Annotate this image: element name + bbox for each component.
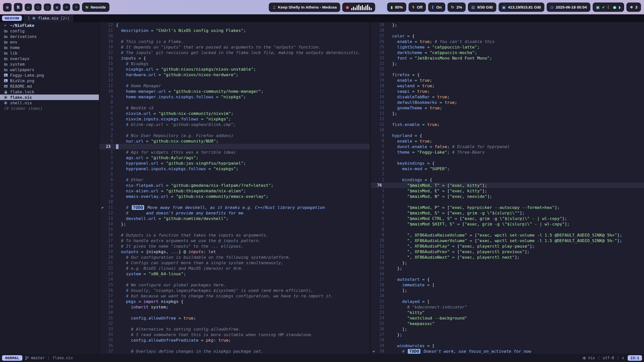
editor-line[interactable]: 17 vaapi = true; bbox=[371, 88, 644, 94]
screenshot-icon[interactable]: ▣ bbox=[596, 5, 600, 10]
editor-line[interactable]: 14 }; bbox=[99, 221, 370, 227]
power-toggle[interactable]: ϟOff bbox=[409, 3, 426, 12]
workspace-icon-window-1[interactable]: ▢ bbox=[34, 4, 42, 11]
editor-line[interactable]: 7 nix-flatpak.url = "github:gmodena/nix-… bbox=[99, 183, 370, 188]
workspace-icon-window-2[interactable]: ▢ bbox=[44, 4, 51, 11]
check-icon[interactable]: ✔ bbox=[602, 5, 605, 10]
bluetooth-indicator[interactable]: ᛒOn bbox=[428, 3, 445, 12]
editor-line[interactable]: 17 # To handle extra arguments we use th… bbox=[99, 238, 370, 243]
system-tray[interactable]: ▣✔☾●◗ bbox=[593, 3, 624, 12]
editor-line[interactable]: 4 "$mainMod, P" = ["exec, hyprpicker --a… bbox=[371, 205, 644, 210]
editor-line[interactable]: 6 "$mainMod CTRL, S" = ["exec, grim -g \… bbox=[371, 216, 644, 221]
editor-line[interactable]: 23 system = "x86_64-linux"; bbox=[99, 271, 370, 277]
tree-item-shell.nix[interactable]: shell.nix bbox=[0, 100, 99, 106]
moon-icon[interactable]: ☾ bbox=[607, 5, 611, 10]
editor-line[interactable]: ✔11 # TODO Move away from devshell, as i… bbox=[99, 205, 370, 210]
editor-line[interactable]: 10 ", XF86AudioLowerVolume" = ["exec, wp… bbox=[371, 238, 644, 243]
editor-line[interactable]: 36 bbox=[99, 343, 370, 348]
editor-line[interactable]: 3 bbox=[371, 199, 644, 205]
editor-line[interactable]: 6 # Other bbox=[99, 177, 370, 183]
tree-item--nixflake[interactable]: ~/NixFlake bbox=[0, 23, 99, 28]
editor-line[interactable]: 15 bbox=[99, 227, 370, 232]
editor-line[interactable]: 23 "kitty" bbox=[371, 310, 644, 315]
editor-line[interactable]: 2 # Nix User Repository (e.g. Firefox ad… bbox=[99, 133, 370, 138]
editor-line[interactable]: 34 # I read somewhere that this is more … bbox=[99, 332, 370, 337]
editor-line[interactable]: 24 "nextcloud --background" bbox=[371, 315, 644, 321]
editor-line[interactable]: 10 bbox=[99, 199, 370, 205]
workspace-icon-target[interactable]: ⊙ bbox=[72, 4, 80, 11]
git-branch[interactable]: master bbox=[25, 356, 45, 360]
cpu-indicator[interactable]: ↻2% bbox=[448, 3, 466, 12]
tree-item-nixvim.png[interactable]: NixVim.png bbox=[0, 78, 99, 83]
tree-item-home[interactable]: home bbox=[0, 45, 99, 50]
editor-line[interactable]: 17 autostart = { bbox=[371, 277, 644, 282]
editor-line[interactable]: 37 # Overlays define changes in the nixp… bbox=[99, 348, 370, 354]
editor-line[interactable]: 21 bbox=[371, 66, 644, 72]
editor-line[interactable]: 5 nixvim.inputs.nixpkgs.follows = "nixpk… bbox=[99, 116, 370, 122]
editor-line[interactable]: 25 "keepassxc" bbox=[371, 321, 644, 326]
editor-line[interactable]: 15 # Nixpkgs bbox=[99, 61, 370, 66]
editor-line[interactable]: 7 "$mainMod SHIFT, S" = ["exec, grim -g … bbox=[371, 221, 644, 227]
editor-line[interactable]: 1 # Ags for widgets (this was a terrible… bbox=[99, 149, 370, 155]
editor-line[interactable]: 32 bbox=[99, 321, 370, 326]
workspace-icon-minus[interactable]: ⊖ bbox=[63, 4, 70, 11]
tree-item-system[interactable]: system bbox=[0, 61, 99, 67]
editor-line[interactable]: 15 defaultBookmarks = true; bbox=[371, 100, 644, 105]
editor-line[interactable]: 10 home-manager.url = "github:nix-commun… bbox=[99, 88, 370, 94]
editor-line[interactable]: 20 bbox=[371, 293, 644, 299]
editor-line[interactable]: ✔30 # TODO Doesn't work, use focus_on_ac… bbox=[371, 348, 644, 354]
editor-line[interactable]: 26 enable = true; # You can't disable th… bbox=[371, 39, 644, 44]
tree-item-overlays[interactable]: overlays bbox=[0, 56, 99, 61]
editor-line[interactable]: 27 color = { bbox=[371, 33, 644, 39]
editor-line[interactable]: 1 bindings = { bbox=[371, 177, 644, 183]
editor-line[interactable]: 9 home-manager.inputs.nixpkgs.follows = … bbox=[99, 94, 370, 100]
tree-item-derivations[interactable]: derivations bbox=[0, 34, 99, 39]
editor-line[interactable]: 11 fish.enable = true; bbox=[371, 122, 644, 127]
editor-line[interactable]: 3 bbox=[99, 127, 370, 133]
tree-item-config[interactable]: config bbox=[0, 28, 99, 34]
editor-line[interactable]: 35 config.allowUnfreePredicate = pkg: tr… bbox=[99, 337, 370, 343]
editor-line[interactable]: 24 bbox=[99, 277, 370, 282]
editor-line[interactable]: 7 # NeoVim <3 bbox=[99, 105, 370, 111]
workspace-icon-grid[interactable]: ▦ bbox=[53, 4, 61, 11]
editor-line[interactable]: 24 darkScheme = "catppuccin-mocha"; bbox=[371, 50, 644, 55]
editor-line[interactable]: 5 bbox=[371, 155, 644, 160]
editor-line[interactable]: 13 hardware.url = "github:nixos/nixos-ha… bbox=[99, 72, 370, 77]
editor-line[interactable]: 7 dunst.enable = false; # Disable for hy… bbox=[371, 144, 644, 149]
tree-item-flake.lock[interactable]: flake.lock bbox=[0, 89, 99, 95]
editor-line[interactable]: 22 }; bbox=[371, 61, 644, 66]
editor-line[interactable]: 21 delayed = [ bbox=[371, 299, 644, 304]
editor-line[interactable]: 27 # but because we want to change the n… bbox=[99, 293, 370, 299]
editor-line[interactable]: 28 bbox=[371, 28, 644, 33]
disk-indicator[interactable]: ▣413.19/915.81 GiB bbox=[499, 3, 544, 12]
editor-line[interactable]: 27 }; bbox=[371, 332, 644, 337]
tree-item-flake.nix[interactable]: flake.nix bbox=[0, 95, 99, 100]
editor-line[interactable]: 10 bbox=[371, 127, 644, 133]
tree-item-lib[interactable]: lib bbox=[0, 50, 99, 56]
tree-item-env[interactable]: env bbox=[0, 39, 99, 45]
audio-visualizer[interactable]: ● bbox=[342, 3, 375, 12]
neovim-icon[interactable]: N bbox=[14, 3, 22, 12]
editor-line[interactable]: 8 enable = true; bbox=[371, 138, 644, 144]
tree-item-wallpapers[interactable]: wallpapers bbox=[0, 67, 99, 72]
active-app-indicator[interactable]: NNeovide bbox=[82, 3, 109, 12]
editor-line[interactable]: 12 bbox=[99, 77, 370, 83]
editor-line[interactable]: 1 "$mainMod, E" = ["exec, kitty"]; bbox=[371, 188, 644, 194]
editor-line[interactable]: 26 # Usually, "nixpkgs.legacyPackages.${… bbox=[99, 288, 370, 293]
editor-line[interactable]: 18 wayland = true; bbox=[371, 83, 644, 88]
distro-icon[interactable]: ❆ bbox=[3, 3, 12, 12]
editor-line[interactable]: 28 pkgs = import nixpkgs { bbox=[99, 299, 370, 304]
editor-line[interactable]: 15 }; bbox=[371, 265, 644, 271]
tree-item-foggy-lake.png[interactable]: Foggy-Lake.png bbox=[0, 72, 99, 78]
editor-line[interactable]: 31 config.allowUnfree = true; bbox=[99, 315, 370, 321]
editor-line[interactable]: 14 gnomeTheme = true; bbox=[371, 105, 644, 111]
editor-line[interactable]: 12 # and doesn't provide any benefits fo… bbox=[99, 210, 370, 216]
editor-line[interactable]: 76 "$mainMod, T" = ["exec, kitty"]; bbox=[371, 183, 644, 188]
editor-line[interactable]: 2 ags.url = "github:Aylur/ags"; bbox=[99, 155, 370, 160]
half-circle-icon[interactable]: ◗ bbox=[619, 5, 621, 10]
editor-line[interactable]: 6 nixvim.url = "github:nix-community/nix… bbox=[99, 111, 370, 116]
editor-line[interactable]: 11 # Home Manager bbox=[99, 83, 370, 88]
editor-line[interactable]: 16 disableTabBar = true; bbox=[371, 94, 644, 100]
editor-line[interactable]: 33 # Alternative to setting config.allow… bbox=[99, 326, 370, 332]
editor-line[interactable]: 19 ]; bbox=[371, 288, 644, 293]
